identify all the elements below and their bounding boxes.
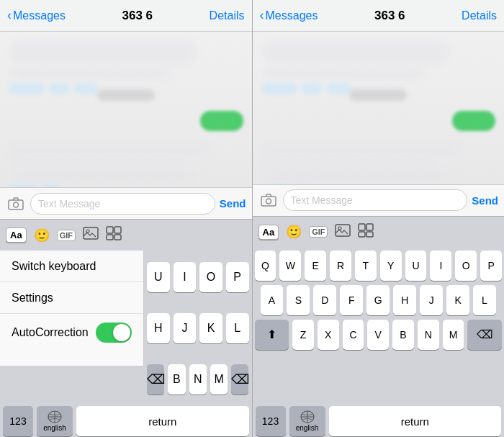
right-keyboard-toolbar: Aa 🙂 GIF: [253, 216, 505, 248]
left-send-button[interactable]: Send: [220, 197, 246, 210]
left-chat-area: [0, 32, 252, 187]
key-I[interactable]: I: [174, 262, 197, 292]
left-chat-messages: [0, 32, 252, 187]
left-image-button[interactable]: [83, 226, 99, 244]
rkey-K[interactable]: K: [446, 285, 469, 315]
rkey-backspace[interactable]: ⌫: [467, 320, 502, 350]
rkey-Z[interactable]: Z: [292, 320, 314, 350]
rkey-S[interactable]: S: [287, 285, 310, 315]
rkey-M[interactable]: M: [443, 320, 464, 350]
left-panel: ‹ Messages 363 6 Details: [0, 0, 252, 437]
svg-rect-16: [366, 232, 373, 237]
right-input-placeholder: Text Message: [291, 194, 353, 206]
key-U[interactable]: U: [147, 262, 170, 292]
rkey-G[interactable]: G: [366, 285, 390, 315]
key-L[interactable]: L: [226, 313, 249, 343]
settings-item[interactable]: Settings: [0, 282, 143, 314]
right-camera-button[interactable]: [258, 190, 279, 210]
right-aa-button[interactable]: Aa: [258, 225, 279, 240]
left-back-button[interactable]: ‹ Messages: [7, 8, 66, 23]
svg-point-12: [338, 227, 341, 230]
left-nav-title: 363 6: [122, 9, 153, 23]
right-emoji-button[interactable]: 🙂: [286, 224, 302, 240]
rkey-E[interactable]: E: [305, 251, 326, 281]
svg-rect-15: [359, 232, 365, 237]
rkey-O[interactable]: O: [455, 251, 477, 281]
key-backspace-left[interactable]: ⌫: [147, 364, 164, 395]
right-image-button[interactable]: [335, 223, 351, 241]
left-nav-bar: ‹ Messages 363 6 Details: [0, 0, 252, 32]
rkey-C[interactable]: C: [343, 320, 364, 350]
switch-keyboard-item[interactable]: Switch keyboard: [0, 251, 143, 282]
svg-rect-9: [261, 197, 276, 206]
left-lang-label: english: [43, 424, 66, 432]
rkey-Q[interactable]: Q: [255, 251, 276, 281]
rkey-T[interactable]: T: [355, 251, 377, 281]
rkey-Y[interactable]: Y: [380, 251, 402, 281]
svg-rect-7: [114, 235, 121, 240]
right-space-button[interactable]: return: [329, 406, 502, 436]
left-space-button[interactable]: return: [76, 406, 249, 436]
right-app-button[interactable]: [358, 223, 374, 241]
key-backspace-right[interactable]: ⌫: [231, 364, 248, 395]
rkey-H[interactable]: H: [393, 285, 416, 315]
right-details-button[interactable]: Details: [462, 9, 497, 22]
left-key-row-2: H J K L: [147, 313, 249, 343]
right-chat-messages: [253, 32, 505, 184]
left-app-button[interactable]: [106, 226, 122, 244]
right-send-button[interactable]: Send: [472, 194, 498, 207]
right-key-row-3: ⬆ Z X C V B N M ⌫: [255, 320, 503, 350]
right-text-input[interactable]: Text Message: [283, 189, 468, 211]
rkey-B[interactable]: B: [392, 320, 414, 350]
key-O[interactable]: O: [199, 262, 222, 292]
svg-rect-2: [84, 227, 98, 239]
right-back-button[interactable]: ‹ Messages: [260, 8, 318, 23]
right-input-bar: Text Message Send: [253, 184, 505, 216]
right-lang-button[interactable]: english: [289, 406, 325, 436]
key-B[interactable]: B: [168, 364, 185, 395]
left-key-row-3: ⌫ B N M ⌫: [147, 364, 249, 395]
rkey-A[interactable]: A: [261, 285, 284, 315]
key-J[interactable]: J: [174, 313, 197, 343]
left-input-placeholder: Text Message: [38, 198, 100, 210]
autocorrection-item[interactable]: AutoCorrection: [0, 314, 143, 351]
key-H[interactable]: H: [147, 313, 170, 343]
rkey-P[interactable]: P: [480, 251, 502, 281]
left-num-button[interactable]: 123: [3, 406, 33, 436]
key-M[interactable]: M: [210, 364, 228, 395]
rkey-W[interactable]: W: [279, 251, 301, 281]
left-input-bar: Text Message Send: [0, 187, 252, 219]
rkey-F[interactable]: F: [340, 285, 363, 315]
rkey-J[interactable]: J: [420, 285, 443, 315]
left-details-button[interactable]: Details: [210, 9, 245, 22]
left-lang-button[interactable]: english: [37, 406, 73, 436]
left-camera-button[interactable]: [6, 194, 26, 214]
rkey-V[interactable]: V: [367, 320, 389, 350]
rkey-R[interactable]: R: [330, 251, 351, 281]
svg-point-3: [86, 230, 89, 233]
key-P[interactable]: P: [226, 262, 249, 292]
right-chat-area: [253, 32, 505, 184]
rkey-N[interactable]: N: [418, 320, 439, 350]
right-back-label: Messages: [266, 9, 318, 22]
rkey-U[interactable]: U: [405, 251, 427, 281]
right-num-button[interactable]: 123: [256, 406, 286, 436]
rkey-X[interactable]: X: [318, 320, 339, 350]
toggle-knob: [113, 324, 130, 341]
left-keyboard-menu: Switch keyboard Settings AutoCorrection: [0, 251, 144, 366]
svg-rect-11: [336, 225, 350, 236]
left-back-label: Messages: [13, 9, 66, 22]
rkey-I[interactable]: I: [430, 251, 451, 281]
left-gif-button[interactable]: GIF: [57, 230, 76, 241]
key-K[interactable]: K: [199, 313, 222, 343]
key-N[interactable]: N: [189, 364, 207, 395]
left-text-input[interactable]: Text Message: [30, 193, 215, 215]
autocorrection-toggle[interactable]: [96, 323, 132, 343]
left-emoji-button[interactable]: 🙂: [34, 227, 50, 243]
svg-point-10: [266, 199, 271, 204]
left-aa-button[interactable]: Aa: [6, 227, 27, 243]
rkey-shift[interactable]: ⬆: [255, 320, 289, 350]
right-gif-button[interactable]: GIF: [309, 226, 328, 238]
rkey-D[interactable]: D: [313, 285, 336, 315]
rkey-L[interactable]: L: [473, 285, 496, 315]
